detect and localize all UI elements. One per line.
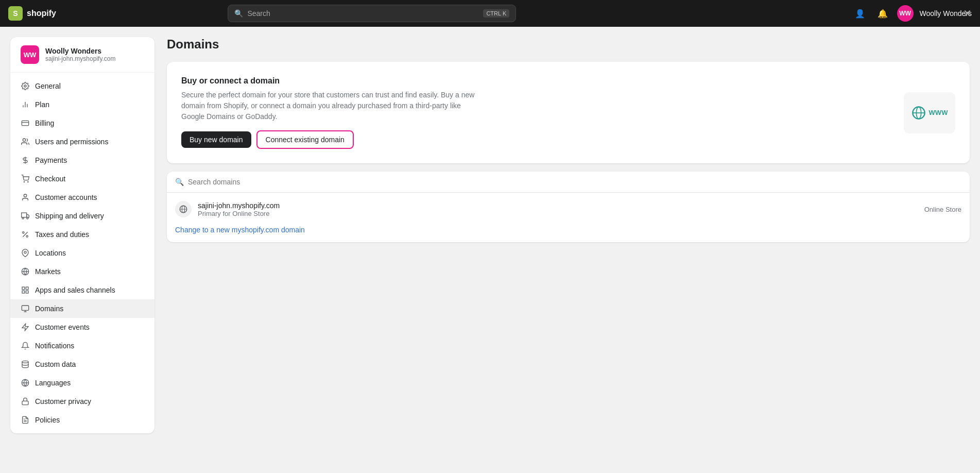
nav-label-users: Users and permissions xyxy=(35,138,108,146)
settings-store-url: sajini-john.myshopify.com xyxy=(45,55,116,62)
svg-point-17 xyxy=(24,251,26,254)
sidebar-item-customer-accounts[interactable]: Customer accounts xyxy=(10,188,154,207)
nav-label-billing: Billing xyxy=(35,119,54,127)
nav-label-general: General xyxy=(35,82,61,90)
search-domains-input[interactable] xyxy=(188,178,961,186)
topnav-right-section: 👤 🔔 WW Woolly Wonders xyxy=(852,5,972,22)
buy-new-domain-button[interactable]: Buy new domain xyxy=(181,131,251,148)
sidebar-item-apps[interactable]: Apps and sales channels xyxy=(10,281,154,299)
svg-marker-27 xyxy=(22,324,28,330)
domain-badge: Online Store xyxy=(924,206,961,213)
domain-row-info: sajini-john.myshopify.com Primary for On… xyxy=(198,201,918,217)
svg-point-9 xyxy=(24,194,26,197)
nav-icon-billing xyxy=(21,119,30,128)
sidebar-item-customer-events[interactable]: Customer events xyxy=(10,318,154,336)
nav-label-domains: Domains xyxy=(35,305,63,313)
nav-icon-customer-events xyxy=(21,323,30,332)
buy-domain-card-inner: Buy or connect a domain Secure the perfe… xyxy=(167,62,970,163)
buy-domain-card: Buy or connect a domain Secure the perfe… xyxy=(167,62,970,163)
sidebar-item-customer-privacy[interactable]: Customer privacy xyxy=(10,392,154,411)
nav-label-locations: Locations xyxy=(35,249,66,257)
notification-bell-button[interactable]: 🔔 xyxy=(874,5,891,22)
svg-rect-23 xyxy=(22,291,25,293)
domains-list-card: 🔍 sajini-john.myshopify.com Primary for … xyxy=(167,172,970,242)
sidebar-item-notifications[interactable]: Notifications xyxy=(10,336,154,355)
content-area: ✕ Domains Buy or connect a domain Secure… xyxy=(154,37,970,250)
svg-rect-31 xyxy=(22,401,28,404)
nav-icon-customer-accounts xyxy=(21,193,30,202)
sidebar-item-custom-data[interactable]: Custom data xyxy=(10,355,154,374)
svg-rect-21 xyxy=(26,287,28,290)
svg-point-0 xyxy=(24,85,26,87)
domain-row-icon xyxy=(175,201,192,217)
close-settings-button[interactable]: ✕ xyxy=(963,7,972,20)
sidebar-item-payments[interactable]: Payments xyxy=(10,151,154,170)
svg-point-8 xyxy=(28,181,28,182)
nav-icon-taxes xyxy=(21,230,30,239)
buy-domain-description: Secure the perfect domain for your store… xyxy=(181,90,480,122)
nav-icon-custom-data xyxy=(21,360,30,369)
search-box[interactable]: 🔍 Search CTRL K xyxy=(228,5,516,22)
domain-subtitle: Primary for Online Store xyxy=(198,210,918,217)
sidebar-item-domains[interactable]: Domains xyxy=(10,299,154,318)
nav-icon-languages xyxy=(21,378,30,387)
sidebar-item-languages[interactable]: Languages xyxy=(10,374,154,392)
nav-icon-locations xyxy=(21,248,30,258)
sidebar-item-general[interactable]: General xyxy=(10,77,154,95)
nav-icon-customer-privacy xyxy=(21,397,30,406)
shopify-logo[interactable]: S shopify xyxy=(8,6,56,21)
nav-icon-shipping xyxy=(21,211,30,221)
nav-icon-plan xyxy=(21,100,30,109)
svg-rect-22 xyxy=(26,291,28,293)
shopify-wordmark: shopify xyxy=(27,9,56,18)
nav-label-notifications: Notifications xyxy=(35,342,74,350)
search-placeholder-text: Search xyxy=(247,9,270,18)
keyboard-shortcut: CTRL K xyxy=(483,9,509,18)
nav-label-policies: Policies xyxy=(35,416,60,424)
nav-icon-users xyxy=(21,137,30,146)
domain-name: sajini-john.myshopify.com xyxy=(198,201,918,210)
svg-point-15 xyxy=(23,232,24,233)
svg-point-28 xyxy=(22,361,28,363)
sidebar-item-policies[interactable]: Policies xyxy=(10,411,154,429)
main-layout: WW Woolly Wonders sajini-john.myshopify.… xyxy=(0,27,980,473)
sidebar-item-markets[interactable]: Markets xyxy=(10,262,154,281)
svg-rect-20 xyxy=(22,287,25,290)
www-icon: WWW xyxy=(912,106,948,120)
global-search: 🔍 Search CTRL K xyxy=(228,5,516,22)
svg-rect-4 xyxy=(22,121,28,125)
sidebar-item-users[interactable]: Users and permissions xyxy=(10,132,154,151)
search-icon: 🔍 xyxy=(234,9,243,18)
svg-point-12 xyxy=(22,217,24,219)
nav-icon-policies xyxy=(21,415,30,425)
search-domains-icon: 🔍 xyxy=(175,178,184,186)
nav-label-shipping: Shipping and delivery xyxy=(35,212,104,220)
sidebar-item-shipping[interactable]: Shipping and delivery xyxy=(10,207,154,225)
settings-store-info: Woolly Wonders sajini-john.myshopify.com xyxy=(45,47,116,62)
nav-icon-notifications xyxy=(21,341,30,350)
nav-label-custom-data: Custom data xyxy=(35,360,76,368)
top-navigation: S shopify 🔍 Search CTRL K 👤 🔔 WW Woolly … xyxy=(0,0,980,27)
settings-store-avatar: WW xyxy=(21,45,39,64)
settings-store-name: Woolly Wonders xyxy=(45,47,116,55)
nav-label-plan: Plan xyxy=(35,100,49,109)
nav-label-checkout: Checkout xyxy=(35,175,65,183)
sidebar-item-taxes[interactable]: Taxes and duties xyxy=(10,225,154,244)
user-avatar[interactable]: WW xyxy=(897,5,914,22)
settings-header: WW Woolly Wonders sajini-john.myshopify.… xyxy=(10,37,154,73)
domain-row: sajini-john.myshopify.com Primary for On… xyxy=(167,193,970,226)
nav-label-customer-accounts: Customer accounts xyxy=(35,193,97,201)
sidebar-item-plan[interactable]: Plan xyxy=(10,95,154,114)
admin-icon-button[interactable]: 👤 xyxy=(852,5,868,22)
connect-existing-domain-button[interactable]: Connect existing domain xyxy=(256,130,354,149)
nav-label-markets: Markets xyxy=(35,267,61,276)
nav-label-customer-events: Customer events xyxy=(35,323,90,331)
sidebar-item-checkout[interactable]: Checkout xyxy=(10,170,154,188)
sidebar-item-billing[interactable]: Billing xyxy=(10,114,154,132)
change-domain-link[interactable]: Change to a new myshopify.com domain xyxy=(167,226,970,242)
svg-point-7 xyxy=(24,181,24,182)
buy-domain-title: Buy or connect a domain xyxy=(181,76,893,86)
sidebar-item-locations[interactable]: Locations xyxy=(10,244,154,262)
search-domains-box[interactable]: 🔍 xyxy=(167,172,970,193)
page-title: Domains xyxy=(167,37,970,52)
